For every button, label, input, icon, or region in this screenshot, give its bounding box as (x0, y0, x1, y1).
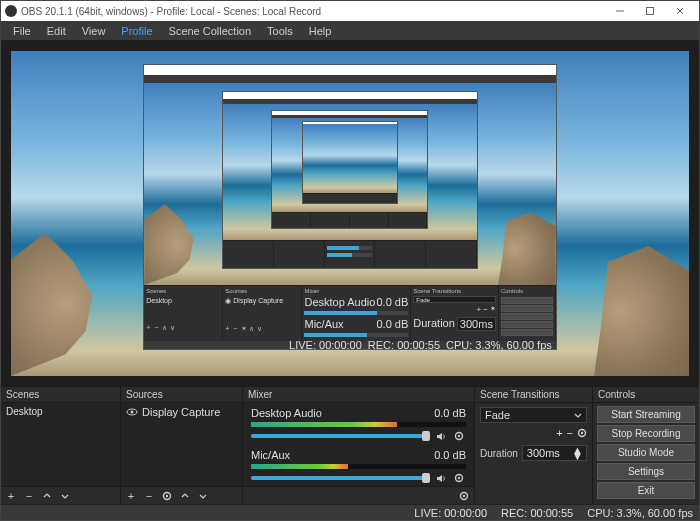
transition-select[interactable]: Fade (480, 407, 587, 423)
scenes-header: Scenes (1, 387, 120, 403)
menu-tools[interactable]: Tools (259, 22, 301, 40)
mixer-settings-button[interactable] (457, 489, 471, 503)
svg-point-15 (581, 432, 583, 434)
settings-button[interactable]: Settings (597, 463, 695, 480)
panel-mixer: Mixer Desktop Audio0.0 dB Mic/Aux0.0 dB (243, 387, 475, 504)
window-title: OBS 20.1.1 (64bit, windows) - Profile: L… (21, 6, 605, 17)
gear-icon (454, 473, 464, 483)
remove-source-button[interactable]: − (142, 489, 156, 503)
stop-recording-button[interactable]: Stop Recording (597, 425, 695, 442)
speaker-icon (436, 473, 447, 484)
channel-settings-button[interactable] (452, 471, 466, 485)
svg-point-5 (131, 411, 134, 414)
mixer-body: Desktop Audio0.0 dB Mic/Aux0.0 dB (243, 403, 474, 486)
minimize-icon (615, 6, 625, 16)
speaker-icon (436, 431, 447, 442)
gear-icon (459, 491, 469, 501)
remove-scene-button[interactable]: − (22, 489, 36, 503)
nested-mixer: Mixer Desktop Audio0.0 dB Mic/Aux0.0 dB (302, 286, 411, 341)
transitions-body: Fade + − Duration 300ms ▲▼ (475, 403, 592, 504)
dock: Scenes Desktop + − Sources Display Captu… (1, 386, 699, 504)
nested-scenes: Scenes Desktop +−∧∨ (144, 286, 223, 341)
controls-body: Start Streaming Stop Recording Studio Mo… (593, 403, 699, 504)
volume-slider[interactable] (251, 476, 430, 480)
svg-point-11 (458, 477, 460, 479)
scene-down-button[interactable] (58, 489, 72, 503)
chevron-down-icon (199, 492, 207, 500)
panel-sources: Sources Display Capture + − (121, 387, 243, 504)
duration-value: 300ms (527, 447, 560, 459)
gear-icon (454, 431, 464, 441)
sources-toolbar: + − (121, 486, 242, 504)
nested-sources: Sources ◉ Display Capture +−✶∧∨ (223, 286, 302, 341)
add-source-button[interactable]: + (124, 489, 138, 503)
remove-transition-button[interactable]: − (567, 427, 573, 439)
chevron-down-icon (61, 492, 69, 500)
status-live: LIVE: 00:00:00 (414, 507, 487, 519)
gear-icon (162, 491, 172, 501)
menu-file[interactable]: File (5, 22, 39, 40)
channel-level: 0.0 dB (434, 407, 466, 419)
source-item[interactable]: Display Capture (121, 403, 242, 421)
menu-view[interactable]: View (74, 22, 114, 40)
menu-edit[interactable]: Edit (39, 22, 74, 40)
menu-scene-collection[interactable]: Scene Collection (161, 22, 260, 40)
nested-controls: Controls (499, 286, 556, 341)
window-buttons (605, 1, 695, 21)
mixer-header: Mixer (243, 387, 474, 403)
preview-area[interactable]: Scenes Desktop +−∧∨ Sources ◉ Display Ca… (1, 41, 699, 386)
menu-profile[interactable]: Profile (113, 22, 160, 40)
nested-window-2 (222, 91, 477, 269)
speaker-button[interactable] (434, 471, 448, 485)
scene-item[interactable]: Desktop (1, 403, 120, 420)
chevron-up-icon (43, 492, 51, 500)
close-button[interactable] (665, 1, 695, 21)
menu-help[interactable]: Help (301, 22, 340, 40)
channel-settings-button[interactable] (452, 429, 466, 443)
exit-button[interactable]: Exit (597, 482, 695, 499)
duration-spinner[interactable]: ▲▼ (572, 447, 582, 459)
status-rec: REC: 00:00:55 (501, 507, 573, 519)
nested-transitions: Scene Transitions Fade +−✶ Duration300ms (411, 286, 499, 341)
sources-header: Sources (121, 387, 242, 403)
transitions-header: Scene Transitions (475, 387, 592, 403)
app-window: OBS 20.1.1 (64bit, windows) - Profile: L… (0, 0, 700, 521)
controls-header: Controls (593, 387, 699, 403)
sources-list[interactable]: Display Capture (121, 403, 242, 486)
audio-meter (251, 422, 466, 427)
source-properties-button[interactable] (160, 489, 174, 503)
titlebar: OBS 20.1.1 (64bit, windows) - Profile: L… (1, 1, 699, 21)
nested-window-4 (302, 121, 398, 204)
statusbar: LIVE: 00:00:00 REC: 00:00:55 CPU: 3.3%, … (1, 504, 699, 520)
speaker-button[interactable] (434, 429, 448, 443)
eye-icon[interactable] (126, 406, 138, 418)
duration-input[interactable]: 300ms ▲▼ (522, 445, 587, 461)
add-scene-button[interactable]: + (4, 489, 18, 503)
gear-icon (577, 428, 587, 438)
menubar: File Edit View Profile Scene Collection … (1, 21, 699, 41)
volume-slider[interactable] (251, 434, 430, 438)
panel-transitions: Scene Transitions Fade + − Duration 300m… (475, 387, 593, 504)
panel-controls: Controls Start Streaming Stop Recording … (593, 387, 699, 504)
scenery-rocks-right (553, 214, 689, 377)
maximize-icon (645, 6, 655, 16)
transition-properties-button[interactable] (577, 428, 587, 438)
nested-window-3 (271, 110, 428, 229)
source-up-button[interactable] (178, 489, 192, 503)
scene-up-button[interactable] (40, 489, 54, 503)
nested-window-1: Scenes Desktop +−∧∨ Sources ◉ Display Ca… (143, 64, 557, 350)
svg-point-7 (166, 494, 168, 496)
status-cpu: CPU: 3.3%, 60.00 fps (587, 507, 693, 519)
source-down-button[interactable] (196, 489, 210, 503)
scenes-list[interactable]: Desktop (1, 403, 120, 486)
mixer-channel-desktop: Desktop Audio0.0 dB (243, 403, 474, 445)
panel-scenes: Scenes Desktop + − (1, 387, 121, 504)
svg-point-9 (458, 435, 460, 437)
minimize-button[interactable] (605, 1, 635, 21)
maximize-button[interactable] (635, 1, 665, 21)
start-streaming-button[interactable]: Start Streaming (597, 406, 695, 423)
studio-mode-button[interactable]: Studio Mode (597, 444, 695, 461)
audio-meter (251, 464, 466, 469)
duration-label: Duration (480, 448, 518, 459)
add-transition-button[interactable]: + (556, 427, 562, 439)
